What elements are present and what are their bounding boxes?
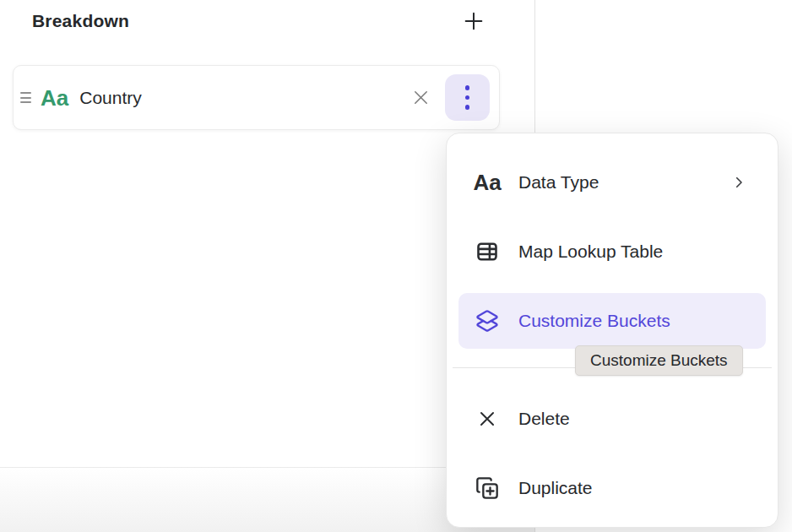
field-name-label: Country (79, 88, 142, 108)
menu-item-map-lookup-table[interactable]: Map Lookup Table (447, 224, 778, 280)
add-breakdown-button[interactable] (459, 7, 488, 35)
breakdown-field-card: Aa Country (13, 65, 500, 130)
text-type-icon: Aa (475, 171, 499, 193)
chevron-right-icon (731, 175, 746, 190)
copy-plus-icon (475, 476, 499, 500)
menu-item-duplicate[interactable]: Duplicate (447, 460, 778, 516)
plus-icon (462, 9, 486, 33)
menu-item-label: Customize Buckets (518, 311, 670, 331)
close-icon (411, 88, 431, 107)
tooltip: Customize Buckets (575, 345, 743, 376)
menu-item-data-type[interactable]: Aa Data Type (447, 155, 778, 210)
remove-field-button[interactable] (408, 85, 433, 111)
table-icon (475, 240, 499, 263)
menu-item-label: Duplicate (518, 478, 593, 498)
drag-handle-icon[interactable] (20, 92, 31, 103)
x-icon (475, 409, 499, 429)
page-title: Breakdown (32, 11, 129, 31)
field-options-menu: Aa Data Type Map Lookup Table Customize … (446, 133, 778, 528)
menu-item-label: Delete (518, 409, 570, 429)
menu-item-label: Data Type (518, 172, 599, 193)
menu-item-delete[interactable]: Delete (447, 391, 778, 447)
menu-item-customize-buckets[interactable]: Customize Buckets (458, 293, 766, 349)
menu-item-label: Map Lookup Table (518, 242, 663, 262)
breakdown-header: Breakdown (32, 7, 488, 35)
text-type-icon: Aa (41, 87, 68, 109)
layers-icon (475, 309, 499, 333)
field-options-button[interactable] (445, 74, 490, 121)
